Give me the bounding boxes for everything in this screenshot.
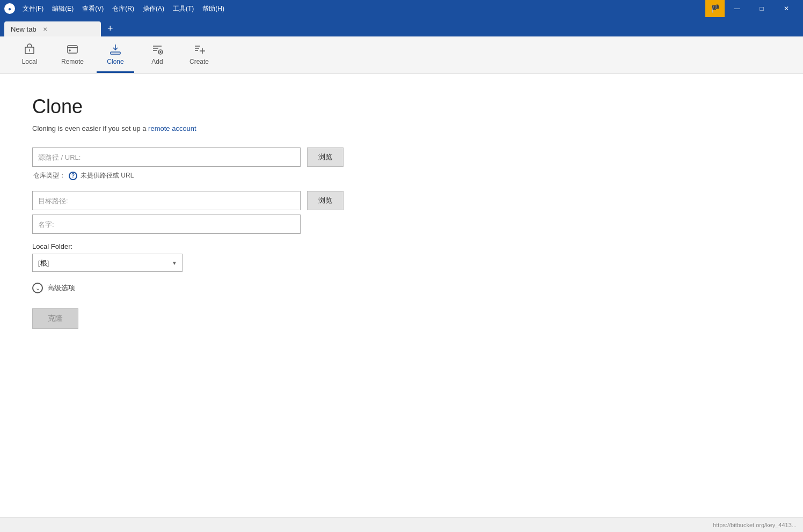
advanced-options-toggle[interactable]: ⌄ 高级选项	[32, 283, 771, 293]
page-title: Clone	[32, 95, 771, 118]
chevron-down-icon: ⌄	[32, 283, 43, 293]
status-url: https://bitbucket.org/key_4413...	[713, 522, 797, 528]
create-label: Create	[189, 58, 209, 65]
menu-bar: 文件(F)编辑(E)查看(V)仓库(R)操作(A)工具(T)帮助(H)	[19, 3, 228, 14]
flag-button[interactable]: 🏴	[705, 0, 725, 17]
svg-point-2	[69, 50, 70, 51]
clone-icon	[109, 43, 122, 56]
svg-rect-3	[111, 52, 120, 54]
help-icon[interactable]: ?	[69, 172, 77, 180]
clone-submit-button[interactable]: 克隆	[32, 308, 78, 329]
target-input[interactable]	[32, 191, 301, 210]
tabbar: New tab ✕ +	[0, 17, 803, 36]
target-row: 浏览	[32, 191, 771, 210]
minimize-button[interactable]: —	[725, 0, 749, 17]
remote-label: Remote	[61, 58, 84, 65]
toolbar-remote-button[interactable]: Remote	[53, 38, 92, 73]
advanced-label: 高级选项	[47, 283, 75, 293]
menu-item[interactable]: 工具(T)	[170, 3, 197, 14]
close-button[interactable]: ✕	[774, 0, 799, 17]
window-controls: 🏴 — □ ✕	[705, 0, 799, 17]
local-icon	[23, 43, 36, 56]
app-logo	[4, 3, 15, 14]
local-folder-select[interactable]: [根]	[32, 254, 182, 272]
add-tab-button[interactable]: +	[103, 23, 118, 34]
statusbar: https://bitbucket.org/key_4413...	[0, 517, 803, 532]
menu-item[interactable]: 编辑(E)	[49, 3, 77, 14]
maximize-button[interactable]: □	[749, 0, 774, 17]
repo-type-row: 仓库类型： ? 未提供路径或 URL	[33, 171, 771, 180]
name-row	[32, 215, 771, 234]
subtitle: Cloning is even easier if you set up a r…	[32, 124, 771, 132]
add-label: Add	[151, 58, 163, 65]
repo-type-label: 仓库类型：	[33, 171, 65, 180]
tab-close-button[interactable]: ✕	[41, 25, 49, 33]
toolbar-create-button[interactable]: Create	[180, 38, 218, 73]
browse-url-button[interactable]: 浏览	[307, 147, 344, 167]
url-input[interactable]	[32, 147, 301, 167]
toolbar-add-button[interactable]: Add	[138, 38, 176, 73]
menu-item[interactable]: 操作(A)	[140, 3, 167, 14]
toolbar-local-button[interactable]: Local	[11, 38, 48, 73]
menu-item[interactable]: 仓库(R)	[109, 3, 137, 14]
name-input[interactable]	[32, 215, 301, 234]
tab-label: New tab	[11, 25, 36, 33]
new-tab[interactable]: New tab ✕	[4, 21, 101, 36]
toolbar: Local Remote Clone Add C	[0, 36, 803, 74]
titlebar: 文件(F)编辑(E)查看(V)仓库(R)操作(A)工具(T)帮助(H) 🏴 — …	[0, 0, 803, 17]
repo-type-value: 未提供路径或 URL	[81, 171, 134, 180]
local-folder-label: Local Folder:	[32, 242, 771, 250]
main-content: Clone Cloning is even easier if you set …	[0, 74, 803, 517]
local-label: Local	[22, 58, 38, 65]
menu-item[interactable]: 查看(V)	[79, 3, 107, 14]
remote-account-link[interactable]: remote account	[148, 124, 196, 132]
toolbar-clone-button[interactable]: Clone	[97, 38, 134, 73]
folder-select-wrap: [根]	[32, 254, 182, 272]
add-icon	[151, 43, 164, 56]
titlebar-left: 文件(F)编辑(E)查看(V)仓库(R)操作(A)工具(T)帮助(H)	[4, 3, 228, 14]
local-folder-section: Local Folder: [根]	[32, 242, 771, 283]
create-icon	[193, 43, 206, 56]
subtitle-text: Cloning is even easier if you set up a	[32, 124, 148, 132]
url-row: 浏览	[32, 147, 771, 167]
remote-icon	[66, 43, 79, 56]
clone-label: Clone	[107, 58, 123, 65]
menu-item[interactable]: 文件(F)	[19, 3, 47, 14]
browse-target-button[interactable]: 浏览	[307, 191, 344, 210]
menu-item[interactable]: 帮助(H)	[199, 3, 228, 14]
